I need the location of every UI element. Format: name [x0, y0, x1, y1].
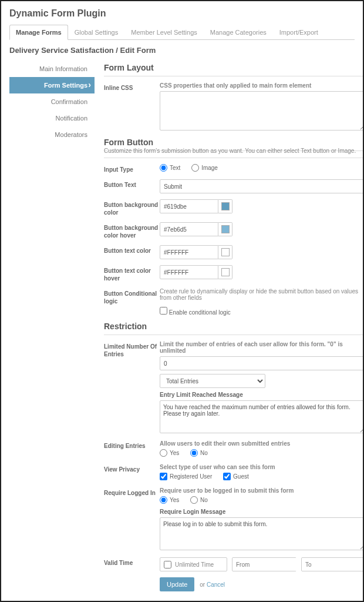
input-type-text-label: Text	[170, 165, 180, 171]
sidebar-item-confirmation[interactable]: Confirmation	[9, 93, 95, 110]
privacy-hint: Select type of user who can see this for…	[160, 464, 364, 470]
require-login-yes-radio[interactable]	[160, 496, 167, 504]
privacy-registered-option[interactable]: Registered User	[160, 473, 212, 480]
text-hover-swatch[interactable]	[218, 265, 232, 279]
section-form-button-subtitle: Customize this form's submission button …	[104, 148, 364, 158]
page-title: Dynamic Form Plugin	[9, 8, 355, 19]
require-login-no-label: No	[200, 497, 208, 503]
text-color-input[interactable]	[160, 245, 218, 259]
limit-hint: Limit the number of entries of each user…	[160, 341, 364, 354]
tab-member-level-settings[interactable]: Member Level Settings	[124, 25, 204, 40]
bg-color-label: Button background color	[104, 199, 160, 216]
editing-label: Editing Entries	[104, 440, 160, 450]
text-color-swatch[interactable]	[218, 245, 232, 259]
bg-hover-label: Button background color hover	[104, 222, 160, 239]
bg-hover-input[interactable]	[160, 222, 218, 236]
color-swatch-icon	[221, 202, 230, 210]
require-login-label: Require Logged In	[104, 487, 160, 497]
editing-yes-option[interactable]: Yes	[160, 449, 179, 457]
input-type-text-radio[interactable]	[160, 164, 167, 172]
conditional-checkbox-label: Enable conditional logic	[169, 309, 231, 316]
section-form-layout-title: Form Layout	[104, 63, 364, 76]
color-swatch-icon	[221, 248, 230, 256]
tab-manage-forms[interactable]: Manage Forms	[9, 25, 68, 40]
button-text-label: Button Text	[104, 179, 160, 189]
limit-type-select[interactable]: Total Entries	[160, 374, 265, 388]
editing-hint: Allow users to edit their own submitted …	[160, 440, 364, 447]
require-login-yes-label: Yes	[170, 497, 179, 503]
editing-no-radio[interactable]	[190, 449, 198, 457]
require-login-no-radio[interactable]	[190, 496, 198, 504]
button-text-input[interactable]	[160, 179, 364, 193]
sidebar: Main Information Form Settings Confirmat…	[9, 61, 95, 597]
require-login-no-option[interactable]: No	[190, 496, 208, 504]
text-hover-input[interactable]	[160, 265, 218, 279]
sidebar-item-moderators[interactable]: Moderators	[9, 126, 95, 143]
valid-from-wrap[interactable]	[232, 557, 296, 571]
sidebar-item-form-settings[interactable]: Form Settings	[9, 77, 95, 93]
input-type-image-label: Image	[201, 165, 218, 171]
privacy-registered-label: Registered User	[170, 473, 212, 480]
require-login-hint: Require user to be logged in to submit t…	[160, 487, 364, 494]
input-type-label: Input Type	[104, 164, 160, 173]
cancel-link[interactable]: Cancel	[207, 581, 225, 588]
limit-msg-label: Entry Limit Reached Message	[160, 392, 364, 398]
tab-import-export[interactable]: Import/Export	[273, 25, 325, 40]
editing-yes-radio[interactable]	[160, 449, 167, 457]
require-login-yes-option[interactable]: Yes	[160, 496, 179, 504]
color-swatch-icon	[221, 268, 230, 276]
text-hover-label: Button text color hover	[104, 265, 160, 282]
privacy-registered-checkbox[interactable]	[160, 473, 167, 480]
text-color-label: Button text color	[104, 245, 160, 255]
privacy-guest-option[interactable]: Guest	[223, 473, 249, 480]
input-type-text-option[interactable]: Text	[160, 164, 180, 172]
privacy-guest-checkbox[interactable]	[223, 473, 231, 480]
update-button[interactable]: Update	[160, 577, 194, 591]
valid-time-label: Valid Time	[104, 557, 160, 567]
conditional-checkbox[interactable]	[160, 307, 167, 315]
conditional-checkbox-wrap[interactable]: Enable conditional logic	[160, 309, 231, 316]
valid-to-wrap[interactable]	[301, 557, 364, 571]
sidebar-item-main-information[interactable]: Main Information	[9, 61, 95, 77]
input-type-image-option[interactable]: Image	[191, 164, 218, 172]
limit-msg-textarea[interactable]: You have reached the maximum number of e…	[160, 400, 364, 433]
privacy-label: View Privacy	[104, 464, 160, 473]
or-cancel-text: or Cancel	[200, 581, 225, 588]
require-login-msg-label: Require Login Message	[160, 509, 364, 515]
unlimited-time-checkbox[interactable]	[164, 561, 171, 568]
tab-manage-categories[interactable]: Manage Categories	[204, 25, 273, 40]
bg-color-input[interactable]	[160, 199, 218, 213]
sidebar-item-notification[interactable]: Notification	[9, 110, 95, 126]
editing-yes-label: Yes	[170, 450, 179, 456]
conditional-label: Button Conditional logic	[104, 288, 160, 305]
inline-css-hint: CSS properties that only applied to main…	[160, 82, 364, 89]
limit-label: Limited Number Of Entries	[104, 341, 160, 358]
breadcrumb: Delivery Service Satisfaction / Edit For…	[9, 46, 355, 55]
color-swatch-icon	[221, 225, 230, 233]
section-restriction-title: Restriction	[104, 322, 364, 335]
limit-input[interactable]	[160, 356, 364, 370]
input-type-image-radio[interactable]	[191, 164, 199, 172]
conditional-hint: Create rule to dynamically display or hi…	[160, 288, 364, 301]
inline-css-textarea[interactable]	[160, 91, 364, 131]
unlimited-time-wrap[interactable]: Unlimited Time	[160, 557, 227, 571]
require-login-msg-textarea[interactable]: Please log in to able to submit this for…	[160, 517, 364, 550]
top-tabs: Manage Forms Global Settings Member Leve…	[9, 25, 355, 40]
unlimited-time-label: Unlimited Time	[175, 561, 214, 568]
valid-to-input[interactable]	[302, 558, 364, 571]
tab-global-settings[interactable]: Global Settings	[68, 25, 125, 40]
editing-no-label: No	[200, 450, 208, 456]
bg-color-swatch[interactable]	[218, 199, 232, 213]
privacy-guest-label: Guest	[233, 473, 249, 480]
bg-hover-swatch[interactable]	[218, 222, 232, 236]
inline-css-label: Inline CSS	[104, 82, 160, 92]
editing-no-option[interactable]: No	[190, 449, 208, 457]
